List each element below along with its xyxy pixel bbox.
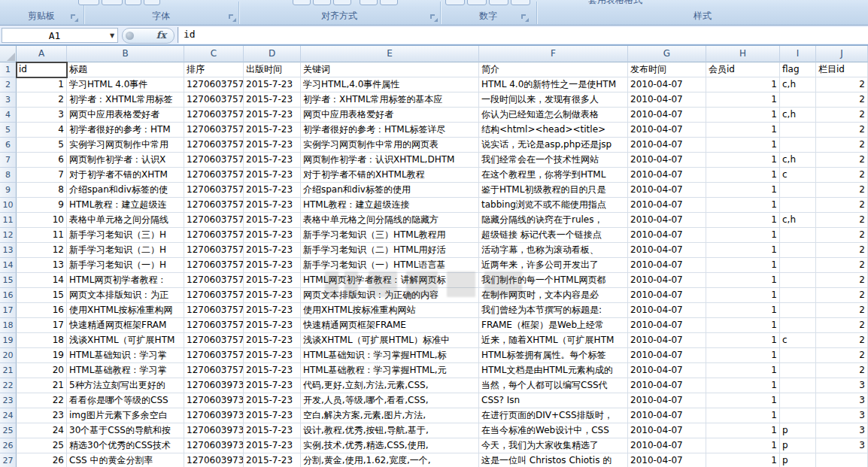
cell-I1[interactable]: flag	[780, 62, 816, 77]
cell-D23[interactable]: 2015-7-23	[244, 393, 301, 408]
cell-B27[interactable]: CSS 中的黄金分割率	[67, 453, 184, 467]
cell-C7[interactable]: 1270603757	[184, 153, 244, 168]
row-header-3[interactable]: 3	[0, 92, 17, 108]
cell-D17[interactable]: 2015-7-23	[244, 303, 301, 318]
cell-E9[interactable]: 介绍span和div标签的使用	[301, 183, 479, 198]
cell-C24[interactable]: 1270603973	[184, 408, 244, 423]
row-header-17[interactable]: 17	[0, 303, 17, 318]
cell-H1[interactable]: 会员id	[706, 62, 780, 77]
row-header-13[interactable]: 13	[0, 243, 17, 258]
cell-G7[interactable]: 2010-04-07	[628, 153, 706, 168]
cell-G18[interactable]: 2010-04-07	[628, 318, 706, 333]
cell-H23[interactable]: 1	[706, 393, 780, 408]
cell-H11[interactable]: 1	[706, 213, 780, 228]
cell-J8[interactable]: 2	[816, 168, 868, 183]
ribbon-control-partial[interactable]	[333, 0, 351, 5]
cell-A6[interactable]: 5	[17, 138, 67, 153]
cell-J16[interactable]: 2	[816, 288, 868, 303]
cell-C2[interactable]: 1270603757	[184, 77, 244, 92]
column-header-I[interactable]: I	[780, 46, 816, 62]
cell-D5[interactable]: 2015-7-23	[244, 123, 301, 138]
column-header-A[interactable]: A	[17, 46, 67, 62]
cell-C20[interactable]: 1270603757	[184, 348, 244, 363]
cell-J23[interactable]: 3	[816, 393, 868, 408]
cell-B9[interactable]: 介绍span和div标签的使	[67, 183, 184, 198]
cell-A7[interactable]: 6	[17, 153, 67, 168]
cell-B17[interactable]: 使用XHTML按标准重构网	[67, 303, 184, 318]
cell-J4[interactable]: 2	[816, 108, 868, 123]
ribbon-control-partial[interactable]	[102, 0, 123, 5]
cell-E24[interactable]: 空白,解决方案,元素,图片,方法,	[301, 408, 479, 423]
name-box[interactable]: A1	[2, 28, 107, 43]
cell-F15[interactable]: 我们制作的每一个HTML网页都	[479, 273, 628, 288]
cell-J26[interactable]: 3	[816, 438, 868, 453]
cell-A10[interactable]: 9	[17, 198, 67, 213]
row-header-21[interactable]: 21	[0, 363, 17, 378]
cell-H12[interactable]: 1	[706, 228, 780, 243]
cell-I4[interactable]: c,h	[780, 108, 816, 123]
cell-H6[interactable]: 1	[706, 138, 780, 153]
cell-J17[interactable]: 2	[816, 303, 868, 318]
cell-F17[interactable]: 我们曾经为本节撰写的标题是:	[479, 303, 628, 318]
cell-I22[interactable]	[780, 378, 816, 393]
cell-D24[interactable]: 2015-7-23	[244, 408, 301, 423]
cell-A16[interactable]: 15	[17, 288, 67, 303]
cell-A11[interactable]: 10	[17, 213, 67, 228]
column-header-E[interactable]: E	[301, 46, 479, 62]
cell-E15[interactable]: HTML网页初学者教程：讲解网页标	[301, 273, 479, 288]
cell-G8[interactable]: 2010-04-07	[628, 168, 706, 183]
cell-G21[interactable]: 2010-04-07	[628, 363, 706, 378]
cell-C11[interactable]: 1270603757	[184, 213, 244, 228]
cell-E26[interactable]: 实例,技术,优秀,精选,CSS,使用,	[301, 438, 479, 453]
cell-A25[interactable]: 24	[17, 423, 67, 438]
cell-E11[interactable]: 表格中单元格之间分隔线的隐藏方	[301, 213, 479, 228]
cell-B21[interactable]: HTML基础教程：学习掌	[67, 363, 184, 378]
column-header-B[interactable]: B	[67, 46, 184, 62]
ribbon-control-partial[interactable]	[313, 0, 331, 5]
cell-H9[interactable]: 1	[706, 183, 780, 198]
column-header-F[interactable]: F	[479, 46, 628, 62]
cell-I10[interactable]	[780, 198, 816, 213]
cell-E2[interactable]: 学习HTML,4.0事件属性	[301, 77, 479, 92]
cell-E3[interactable]: 初学者：XHTML常用标签的基本应	[301, 92, 479, 108]
row-header-6[interactable]: 6	[0, 138, 17, 153]
cell-E18[interactable]: 快速精通网页框架FRAME	[301, 318, 479, 333]
cell-D16[interactable]: 2015-7-23	[244, 288, 301, 303]
cell-E23[interactable]: 开发,人员,等级,哪个,看看,CSS,	[301, 393, 479, 408]
cell-G23[interactable]: 2010-04-07	[628, 393, 706, 408]
cell-C16[interactable]: 1270603757	[184, 288, 244, 303]
cell-F11[interactable]: 隐藏分隔线的诀窍在于rules，	[479, 213, 628, 228]
cell-H14[interactable]: 1	[706, 258, 780, 273]
cell-J15[interactable]: 2	[816, 273, 868, 288]
cell-C8[interactable]: 1270603757	[184, 168, 244, 183]
cell-A15[interactable]: 14	[17, 273, 67, 288]
cell-F7[interactable]: 我们经常会在一个技术性网站	[479, 153, 628, 168]
cell-F19[interactable]: 近来，随着XHTML（可扩展HTM	[479, 333, 628, 348]
cell-F9[interactable]: 鉴于HTML初级教程的目的只是	[479, 183, 628, 198]
cell-I16[interactable]	[780, 288, 816, 303]
cell-C17[interactable]: 1270603757	[184, 303, 244, 318]
cell-I20[interactable]	[780, 348, 816, 363]
cell-A3[interactable]: 2	[17, 92, 67, 108]
cell-C3[interactable]: 1270603757	[184, 92, 244, 108]
cell-G3[interactable]: 2010-04-07	[628, 92, 706, 108]
cell-G27[interactable]: 2010-04-07	[628, 453, 706, 467]
cell-J27[interactable]	[816, 453, 868, 467]
cell-H7[interactable]: 1	[706, 153, 780, 168]
cell-I24[interactable]	[780, 408, 816, 423]
cell-I19[interactable]: c	[780, 333, 816, 348]
cell-G16[interactable]: 2010-04-07	[628, 288, 706, 303]
cell-E20[interactable]: HTML基础知识：学习掌握HTML,标	[301, 348, 479, 363]
cell-B25[interactable]: 30个基于CSS的导航和按	[67, 423, 184, 438]
row-header-10[interactable]: 10	[0, 198, 17, 213]
cell-F20[interactable]: HTML标签拥有属性。每个标签	[479, 348, 628, 363]
cell-A13[interactable]: 12	[17, 243, 67, 258]
cell-I3[interactable]	[780, 92, 816, 108]
row-header-20[interactable]: 20	[0, 348, 17, 363]
cell-F22[interactable]: 当然，每个人都可以编写CSS代	[479, 378, 628, 393]
cell-A24[interactable]: 23	[17, 408, 67, 423]
cell-I8[interactable]: c	[780, 168, 816, 183]
cell-F16[interactable]: 在制作网页时，文本内容是必	[479, 288, 628, 303]
cell-C1[interactable]: 排序	[184, 62, 244, 77]
cell-G5[interactable]: 2010-04-07	[628, 123, 706, 138]
